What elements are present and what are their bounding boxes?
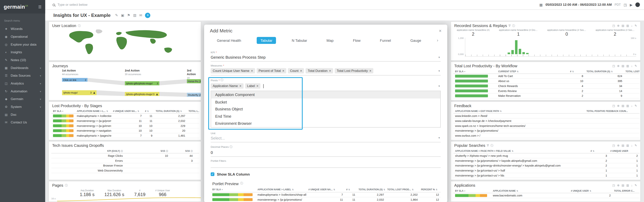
expand-icon[interactable]: ◳ [612,184,615,187]
column-header[interactable]: #⇅ [589,149,609,154]
download-icon[interactable]: ↓ [631,64,632,67]
measure-chip[interactable]: Count Unique User Name× [211,68,255,73]
chevron-down-icon[interactable]: ▾ [438,56,440,59]
chevron-down-icon[interactable]: ▾ [438,84,440,88]
sidebar-search-input[interactable] [4,19,41,22]
expand-icon[interactable]: ◳ [612,104,615,107]
filter-icon[interactable]: ∇ [487,144,489,147]
sidebar-item-automation[interactable]: ↻Automation▾ [0,87,45,95]
date-range-control[interactable]: 05/03/2023 12:00 AM - 06/02/2023 12:00 A… [546,3,612,6]
chart-icon[interactable]: ▥ [626,64,629,67]
sidebar-item-explore[interactable]: ◎Explore your data [0,41,45,48]
sidebar-item-operational[interactable]: ◉Operational [0,33,45,41]
decimal-places-input[interactable]: 0 [211,149,441,157]
edit-icon[interactable]: ✎ [634,184,637,187]
chevron-down-icon[interactable]: ▾ [438,136,440,140]
remove-icon[interactable]: × [251,69,253,73]
filter-icon[interactable]: ∇ [508,24,510,27]
measure-chip[interactable]: Percent of Total× [256,68,286,73]
column-header[interactable]: # UNIQUE USER⇅ [569,189,612,193]
pivot-option[interactable]: Application Component [211,91,440,98]
edit-icon[interactable]: ✎ [634,24,637,27]
column-header[interactable]: APPLICATION NAME > PAGE PATH > FIELD VAL… [454,149,589,154]
info-icon[interactable]: ⓘ [65,183,68,187]
remove-icon[interactable]: × [282,69,284,73]
column-header[interactable]: TOTAL LOST PROD...⇅ [386,187,419,192]
print-icon[interactable]: ▤ [622,104,624,107]
column-header[interactable]: KPI (DAILY)ⓘ [52,149,130,154]
measure-chip[interactable]: Total Duration× [306,68,333,73]
info-icon[interactable]: ⓘ [121,150,123,152]
chart-icon[interactable]: ▥ [626,184,629,187]
column-header[interactable]: #⇅ [568,69,585,74]
remove-icon[interactable]: × [329,69,331,73]
sidebar-item-wizards[interactable]: ★Wizards [0,25,45,33]
chart-icon[interactable]: ▥ [626,144,629,147]
download-icon[interactable]: ↓ [631,24,632,27]
column-header[interactable]: TOTAL ERROR C... [612,189,640,193]
play-icon[interactable]: ▶ [630,3,632,7]
print-icon[interactable]: ▤ [622,64,624,67]
sidebar-item-insights[interactable]: ◐Insights [0,48,45,56]
column-header[interactable]: BY SLA▾ [454,69,497,74]
comment-icon[interactable]: ✉ [139,13,142,17]
print-icon[interactable]: ▤ [622,184,624,187]
remove-icon[interactable]: × [240,84,241,88]
column-header[interactable]: #⇅ [344,187,357,192]
chart-icon[interactable]: ▥ [626,24,629,27]
column-header[interactable]: BY SLA▾ [454,189,491,193]
remove-icon[interactable]: × [370,69,371,73]
tab-gauge[interactable]: Gauge [407,37,425,44]
chart-icon[interactable]: ▥ [626,104,629,107]
column-header[interactable]: # UNIQUE USER [609,149,640,154]
info-icon[interactable]: ⓘ [230,145,232,149]
measure-chip[interactable]: Count× [288,68,304,73]
zoom-icon[interactable]: ⊕ [617,184,620,187]
edit-icon[interactable]: ✎ [634,144,637,147]
column-header[interactable]: # UNIQUE USER NA...⇅ [307,187,344,192]
tab-tabular[interactable]: Tabular [257,37,276,44]
column-header[interactable]: APPLICATION NAME > LABEL⇅ [256,187,307,192]
column-header[interactable]: # UNIQUE USER NA...⇅ [111,109,143,114]
global-search-input[interactable] [58,3,539,6]
zoom-icon[interactable]: ⊕ [617,64,620,67]
hamburger-icon[interactable]: ☰ [38,5,42,9]
tab-flow[interactable]: Flow [349,37,364,44]
print-icon[interactable]: ▤ [622,24,624,27]
zoom-icon[interactable]: ⊕ [617,104,620,107]
column-header[interactable]: TOTAL LOST PROD... [624,69,640,74]
pivot-option[interactable]: Business Object [211,105,440,113]
pivot-chip[interactable]: Application Name× [211,83,243,89]
profile-icon[interactable] [635,2,640,7]
measure-chip[interactable]: Total Lost Productivity× [334,68,373,73]
pivot-option[interactable]: Bucket [211,98,440,105]
column-header[interactable]: TOTAL DURATION (S)⇅ [154,109,187,114]
sidebar-item-germain[interactable]: ◆Germain▾ [0,95,45,103]
info-icon[interactable]: ⓘ [490,143,494,147]
info-icon[interactable]: ⓘ [166,150,168,152]
tabs-overflow-icon[interactable]: › [437,38,438,43]
print-icon[interactable]: ▤ [622,144,624,147]
info-icon[interactable]: ⓘ [78,23,81,28]
pivot-option[interactable]: Environment Browser [211,120,440,127]
column-header[interactable]: 5/15ⓘ [129,149,174,154]
column-header[interactable]: APPLICATION NAME > L...⇅ [75,109,111,114]
chevron-down-icon[interactable]: ▾ [438,69,440,72]
column-header[interactable]: TOTAL DURATION (S)⇅ [585,69,624,74]
sidebar-item-dashboards[interactable]: ▦Dashboards▾ [0,64,45,72]
tab-map[interactable]: Map [323,37,337,44]
expand-icon[interactable]: ◳ [612,24,615,27]
calendar-icon[interactable]: ▦ [539,3,542,7]
sidebar-item-notes[interactable]: ✎Notes (10) [0,56,45,64]
edit-icon[interactable]: ✎ [115,13,118,17]
show-sla-checkbox[interactable]: ✓ [211,172,214,176]
column-header[interactable]: CURRENT STEP⇅ [496,69,568,74]
tab-funnel[interactable]: Funnel [376,37,394,44]
close-icon[interactable]: × [439,28,442,33]
logo[interactable]: germainUX [4,4,28,10]
column-header[interactable]: PERCENT %⇅ [419,187,441,192]
pivot-option[interactable]: End Time [211,113,440,120]
sidebar-item-analytics[interactable]: ◫Analytics▾ [0,80,45,87]
column-header[interactable]: 5/16ⓘ [174,149,199,154]
info-icon[interactable]: ⓘ [512,23,515,28]
